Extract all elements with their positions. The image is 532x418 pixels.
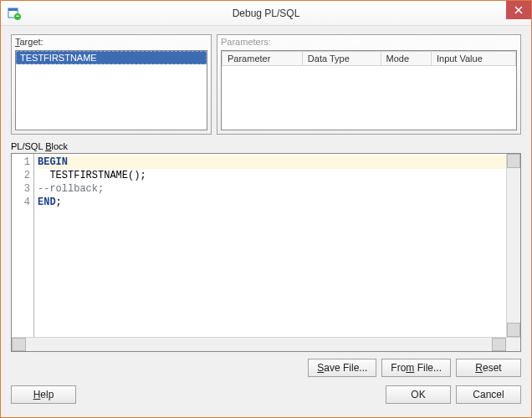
line-gutter: 1234 [12,154,33,337]
param-col-header[interactable]: Input Value [431,52,515,66]
save-file-button[interactable]: Save File... [308,359,376,377]
code-line[interactable]: TESTFIRSTNAME(); [38,169,506,182]
help-button[interactable]: Help [11,385,76,404]
close-button[interactable] [506,1,531,19]
param-col-header[interactable]: Data Type [302,52,381,66]
code-editor[interactable]: 1234 BEGIN TESTFIRSTNAME();--rollback;EN… [11,153,521,352]
from-file-button[interactable]: From File... [381,359,451,377]
parameters-label: Parameters: [217,35,520,48]
parameters-table[interactable]: ParameterData TypeModeInput Value [221,50,517,130]
parameters-panel: Parameters: ParameterData TypeModeInput … [217,34,521,135]
block-label: PL/SQL Block [11,141,521,151]
code-line[interactable]: BEGIN [38,155,506,169]
target-panel: Target: TESTFIRSTNAME [11,34,212,135]
vertical-scrollbar[interactable] [506,154,520,337]
target-item[interactable]: TESTFIRSTNAME [16,51,207,64]
code-line[interactable]: END; [38,196,506,209]
code-area[interactable]: BEGIN TESTFIRSTNAME();--rollback;END; [34,154,506,337]
target-list[interactable]: TESTFIRSTNAME [15,50,207,130]
code-line[interactable]: --rollback; [38,182,506,196]
ok-button[interactable]: OK [386,385,451,404]
titlebar: Debug PL/SQL [1,1,531,26]
target-label: Target: [12,35,211,48]
param-col-header[interactable]: Mode [381,52,431,66]
reset-button[interactable]: Reset [456,359,521,377]
horizontal-scrollbar[interactable] [12,337,520,351]
param-col-header[interactable]: Parameter [223,52,303,66]
window-title: Debug PL/SQL [1,8,531,19]
cancel-button[interactable]: Cancel [456,385,521,404]
